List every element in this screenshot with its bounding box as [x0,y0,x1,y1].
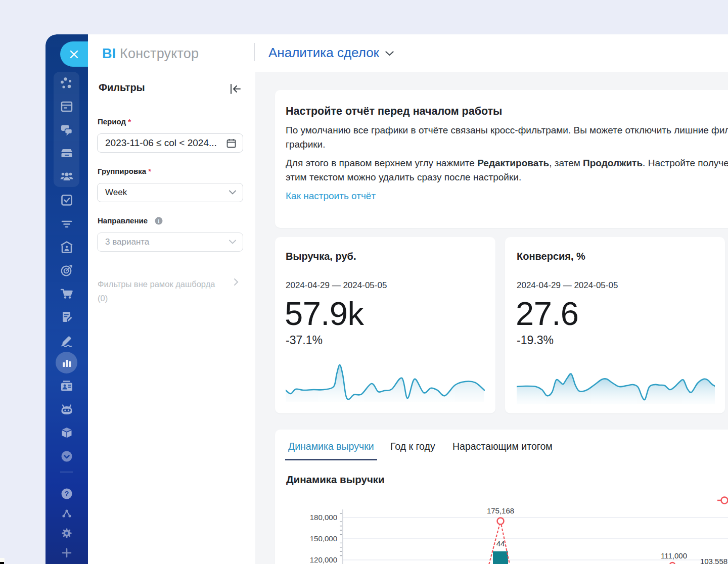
svg-text:180,000: 180,000 [310,513,337,522]
svg-text:i: i [158,218,160,224]
svg-text:150,000: 150,000 [310,534,337,543]
svg-text:?: ? [65,490,69,498]
svg-text:175,168: 175,168 [487,506,514,515]
svg-text:44: 44 [496,539,505,548]
svg-text:120,000: 120,000 [310,555,337,564]
svg-text:103,558: 103,558 [700,557,727,564]
svg-text:111,000: 111,000 [661,551,687,560]
